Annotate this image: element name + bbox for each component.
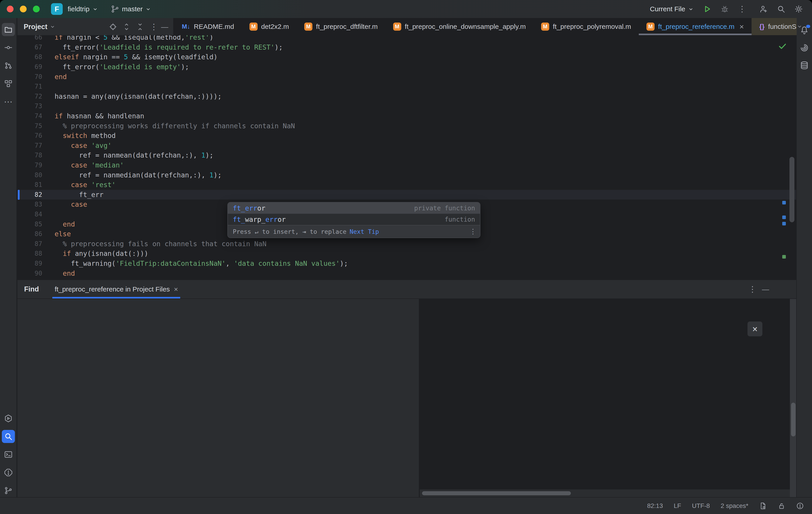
code-line-74[interactable]: 74if hasnan && handlenan — [18, 111, 796, 121]
project-widget[interactable]: fieldtrip — [68, 5, 98, 13]
branch-widget[interactable]: master — [111, 5, 151, 13]
tab-README.md[interactable]: M↓README.md — [174, 18, 242, 35]
code-text: if nargin < 5 && isequal(method,'rest') — [55, 35, 213, 41]
tool-stripe-version-control-button[interactable] — [2, 484, 15, 497]
preview-editor[interactable]: × — [419, 299, 796, 497]
change-marker — [782, 201, 786, 205]
code-text: switch method — [55, 132, 116, 140]
tab-ft_preproc_dftfilter.m[interactable]: Mft_preproc_dftfilter.m — [297, 18, 385, 35]
code-text: elseif nargin == 5 && isempty(leadfield) — [55, 53, 218, 61]
code-line-89[interactable]: 89 ft_warning('FieldTrip:dataContainsNaN… — [18, 259, 796, 269]
code-line-72[interactable]: 72hasnan = any(any(isnan(dat(refchan,:))… — [18, 92, 796, 101]
preview-scrollbar-track[interactable] — [790, 299, 796, 497]
tab-ft_preproc_rereference.m[interactable]: Mft_preproc_rereference.m× — [639, 18, 752, 35]
code-line-69[interactable]: 69 ft_error('Leadfield is empty'); — [18, 62, 796, 72]
line-number: 88 — [18, 250, 42, 257]
lock-open-icon[interactable] — [778, 502, 785, 510]
code-text: case 'median' — [55, 161, 124, 169]
autocomplete-options-button[interactable]: ⋮ — [470, 227, 475, 236]
matlab-file-icon: M — [250, 23, 258, 31]
code-line-78[interactable]: 78 ref = nanmean(dat(refchan,:), 1); — [18, 150, 796, 160]
code-line-70[interactable]: 70end — [18, 72, 796, 82]
run-button[interactable] — [703, 5, 712, 13]
line-number: 72 — [18, 93, 42, 100]
code-line-67[interactable]: 67 ft_error('Leadfield is required to re… — [18, 42, 796, 52]
collapse-all-icon[interactable] — [136, 23, 144, 31]
tool-stripe-structure-button[interactable] — [2, 77, 15, 90]
code-style-icon[interactable] — [759, 502, 767, 510]
editor-scrollbar[interactable] — [789, 157, 794, 222]
tab-ft_preproc_online_downsample_apply.m[interactable]: Mft_preproc_online_downsample_apply.m — [385, 18, 533, 35]
code-line-76[interactable]: 76 switch method — [18, 131, 796, 141]
autocomplete-item[interactable]: ft_warp_errorfunction — [228, 214, 480, 225]
tab-ft_preproc_polyremoval.m[interactable]: Mft_preproc_polyremoval.m — [533, 18, 639, 35]
code-line-75[interactable]: 75 % preprocessing works differently if … — [18, 121, 796, 131]
hidden-tabs-dropdown[interactable] — [797, 24, 803, 30]
chevron-down-icon[interactable] — [50, 24, 56, 30]
autocomplete-item[interactable]: ft_errorprivate function — [228, 203, 480, 214]
search-everywhere-button[interactable] — [777, 5, 785, 13]
indent-style[interactable]: 2 spaces* — [721, 502, 748, 510]
code-line-88[interactable]: 88 if any(isnan(dat(:))) — [18, 249, 796, 259]
debug-button[interactable] — [720, 5, 729, 13]
hide-panel-button[interactable]: — — [161, 23, 168, 31]
find-options-button[interactable]: ⋮ — [748, 285, 754, 294]
line-number: 79 — [18, 161, 42, 169]
tool-stripe-services-button[interactable] — [2, 412, 15, 425]
code-with-me-button[interactable] — [759, 5, 768, 13]
zoom-window-button[interactable] — [33, 6, 40, 12]
line-ending[interactable]: LF — [674, 502, 681, 510]
tab-functionSig[interactable]: {}functionSig — [752, 18, 797, 35]
tab-label: functionSig — [768, 23, 797, 30]
line-number: 80 — [18, 171, 42, 179]
select-opened-file-icon[interactable] — [109, 23, 117, 31]
close-icon[interactable]: × — [740, 22, 744, 31]
code-line-90[interactable]: 90 end — [18, 268, 796, 278]
hide-find-panel-button[interactable]: — — [762, 285, 769, 294]
tool-stripe-pull-requests-button[interactable] — [2, 59, 15, 72]
tool-stripe-database-button[interactable] — [800, 61, 809, 71]
next-tip-link[interactable]: Next Tip — [350, 228, 379, 235]
file-encoding[interactable]: UTF-8 — [692, 502, 710, 510]
code-line-66[interactable]: 66if nargin < 5 && isequal(method,'rest'… — [18, 35, 796, 42]
code-line-82[interactable]: 82 ft_err — [18, 190, 796, 200]
more-actions-button[interactable]: ⋮ — [738, 5, 744, 13]
code-line-87[interactable]: 87 % preprocessing fails on channels tha… — [18, 239, 796, 249]
run-configuration-selector[interactable]: Current File — [650, 5, 694, 13]
line-number: 73 — [18, 102, 42, 110]
code-line-79[interactable]: 79 case 'median' — [18, 160, 796, 170]
problems-indicator-icon[interactable] — [796, 502, 804, 510]
project-panel-title[interactable]: Project — [24, 23, 47, 31]
code-line-71[interactable]: 71 — [18, 82, 796, 92]
caret-position[interactable]: 82:13 — [647, 502, 663, 510]
code-line-80[interactable]: 80 ref = nanmedian(dat(refchan,:), 1); — [18, 170, 796, 180]
inspections-ok-icon[interactable] — [778, 41, 787, 51]
close-preview-button[interactable]: × — [748, 322, 762, 336]
close-icon[interactable]: × — [174, 285, 178, 294]
tab-label: ft_preproc_rereference.m — [658, 23, 735, 30]
project-options-button[interactable]: ⋮ — [150, 23, 155, 31]
preview-hscrollbar[interactable] — [422, 491, 571, 495]
tool-stripe-problems-button[interactable] — [2, 466, 15, 479]
preview-scrollbar[interactable] — [791, 403, 795, 436]
code-line-68[interactable]: 68elseif nargin == 5 && isempty(leadfiel… — [18, 52, 796, 62]
tool-stripe-commit-button[interactable] — [2, 41, 15, 54]
code-line-81[interactable]: 81 case 'rest' — [18, 180, 796, 190]
tool-stripe-terminal-button[interactable] — [2, 448, 15, 461]
tool-stripe-project-button[interactable] — [2, 23, 15, 36]
find-toolbar — [18, 299, 37, 497]
expand-all-icon[interactable] — [123, 23, 130, 31]
tool-stripe-more-tool-windows-button[interactable]: ⋯ — [2, 95, 15, 108]
editor[interactable]: 66if nargin < 5 && isequal(method,'rest'… — [18, 35, 796, 279]
tool-stripe-find-button[interactable] — [2, 430, 15, 443]
minimize-window-button[interactable] — [20, 6, 27, 12]
branch-name: master — [122, 5, 143, 13]
find-results-tab[interactable]: ft_preproc_rereference in Project Files … — [52, 280, 180, 299]
tab-det2x2.m[interactable]: Mdet2x2.m — [242, 18, 297, 35]
code-line-77[interactable]: 77 case 'avg' — [18, 141, 796, 151]
tool-stripe-ai-assistant-button[interactable] — [800, 43, 809, 53]
code-line-73[interactable]: 73 — [18, 101, 796, 111]
close-window-button[interactable] — [7, 6, 13, 12]
tab-options-button[interactable]: ⋮ — [809, 22, 812, 31]
settings-button[interactable] — [794, 5, 803, 13]
